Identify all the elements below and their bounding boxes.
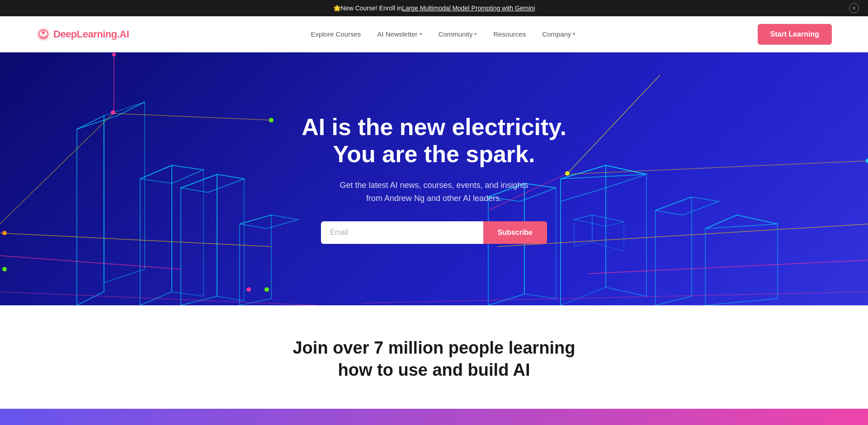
- header: DeepLearning.AI Explore Courses AI Newsl…: [0, 16, 868, 52]
- start-learning-button[interactable]: Start Learning: [758, 24, 832, 45]
- svg-line-17: [113, 113, 271, 120]
- chevron-down-icon: ▾: [420, 31, 422, 37]
- logo-icon: [36, 27, 51, 42]
- svg-line-14: [0, 233, 271, 247]
- svg-marker-10: [181, 174, 244, 192]
- svg-marker-7: [140, 165, 203, 183]
- email-input[interactable]: [321, 221, 483, 244]
- svg-point-2: [42, 31, 45, 34]
- chevron-down-icon: ▾: [573, 31, 576, 37]
- svg-point-18: [2, 231, 7, 235]
- svg-marker-27: [606, 165, 646, 296]
- svg-marker-35: [705, 215, 778, 229]
- svg-marker-29: [574, 215, 624, 226]
- nav-ai-newsletter[interactable]: AI Newsletter ▾: [377, 30, 422, 38]
- logo[interactable]: DeepLearning.AI: [36, 27, 129, 42]
- subscribe-button[interactable]: Subscribe: [483, 221, 547, 244]
- svg-line-48: [567, 75, 660, 173]
- svg-point-41: [866, 159, 868, 163]
- nav-company[interactable]: Company ▾: [542, 30, 576, 38]
- svg-point-19: [111, 110, 115, 115]
- svg-point-43: [264, 287, 269, 292]
- svg-marker-31: [592, 215, 624, 251]
- svg-marker-8: [172, 165, 203, 296]
- svg-marker-34: [705, 215, 778, 305]
- nav-actions: Start Learning: [758, 24, 832, 45]
- svg-marker-33: [656, 197, 719, 215]
- svg-marker-3: [77, 116, 104, 305]
- hero-content: AI is the new electricity. You are the s…: [292, 87, 576, 271]
- announcement-emoji: 🌟: [333, 5, 341, 12]
- svg-point-20: [2, 267, 7, 271]
- announcement-close-button[interactable]: ×: [849, 3, 859, 13]
- svg-marker-11: [217, 174, 244, 301]
- nav-resources[interactable]: Resources: [493, 30, 526, 38]
- chevron-down-icon: ▾: [474, 31, 477, 37]
- stats-headline: Join over 7 million people learninghow t…: [9, 337, 859, 382]
- svg-line-37: [588, 260, 868, 274]
- svg-point-47: [112, 53, 116, 56]
- svg-line-16: [0, 113, 113, 224]
- announcement-link[interactable]: Large Multimodal Model Prompting with Ge…: [402, 5, 535, 12]
- hero-headline: AI is the new electricity. You are the s…: [302, 114, 566, 168]
- svg-line-15: [0, 256, 181, 269]
- logo-text: DeepLearning.AI: [53, 28, 129, 40]
- hero-subtext: Get the latest AI news, courses, events,…: [302, 179, 566, 205]
- nav-community[interactable]: Community ▾: [439, 30, 477, 38]
- svg-line-38: [565, 161, 868, 174]
- announcement-bar: 🌟 New Course! Enroll in Large Multimodal…: [0, 0, 868, 16]
- svg-line-44: [0, 292, 316, 305]
- hero-email-form: Subscribe: [321, 221, 547, 244]
- svg-point-21: [269, 118, 274, 122]
- svg-marker-12: [240, 215, 271, 305]
- announcement-text: New Course! Enroll in: [341, 5, 402, 12]
- svg-line-45: [362, 292, 868, 303]
- svg-marker-4: [77, 102, 145, 129]
- svg-point-42: [246, 287, 251, 292]
- svg-marker-6: [140, 165, 172, 305]
- svg-marker-30: [574, 215, 592, 247]
- svg-marker-13: [240, 215, 298, 229]
- nav-explore-courses[interactable]: Explore Courses: [311, 30, 361, 38]
- svg-marker-32: [656, 197, 692, 305]
- hero-section: AI is the new electricity. You are the s…: [0, 52, 868, 305]
- bottom-gradient-bar: [0, 409, 868, 425]
- stats-section: Join over 7 million people learninghow t…: [0, 305, 868, 391]
- svg-marker-5: [104, 102, 145, 283]
- main-nav: Explore Courses AI Newsletter ▾ Communit…: [311, 30, 576, 38]
- svg-marker-9: [181, 174, 217, 305]
